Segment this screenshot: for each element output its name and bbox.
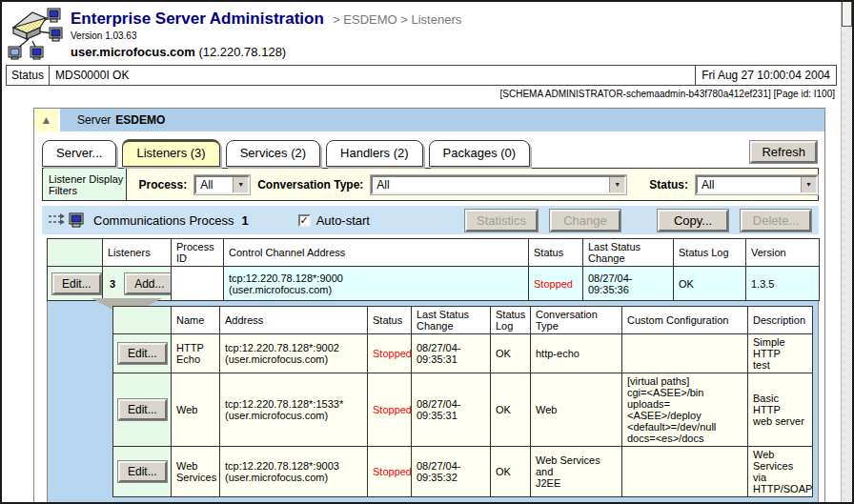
- network-computers-icon: [8, 7, 63, 60]
- table-row: Edit... HTTP Echo tcp:12.220.78.128*:900…: [113, 334, 813, 373]
- session-info: [SCHEMA ADMINISTRATOR-schemaadmin-b43f78…: [2, 86, 841, 101]
- process-id-cell: [172, 267, 224, 301]
- control-channel-address: tcp:12.220.78.128*:9000 (user.microfocus…: [224, 267, 529, 301]
- last-status-change: 08/27/04-09:35:31: [412, 373, 491, 447]
- status-log: OK: [491, 447, 531, 497]
- page-header: Enterprise Server Administration > ESDEM…: [2, 2, 841, 63]
- last-status-change: 08/27/04-09:35:32: [412, 447, 491, 497]
- listener-count: 3: [110, 278, 115, 290]
- tab-listeners[interactable]: Listeners (3): [122, 139, 219, 167]
- status-filter-select[interactable]: All ▼: [696, 175, 818, 194]
- page-content: Enterprise Server Administration > ESDEM…: [2, 2, 841, 502]
- process-arrows-icon: [48, 212, 86, 229]
- communications-process-bar: Communications Process 1 ✓ Auto-start St…: [42, 206, 819, 234]
- table-header-row: Listeners Process ID Control Channel Add…: [48, 239, 820, 267]
- breadcrumb: > ESDEMO > Listeners: [333, 12, 461, 27]
- listener-address: tcp:12.220.78.128*:1533* (user.microfocu…: [220, 373, 368, 447]
- filter-title: Listener Display Filters: [43, 169, 127, 200]
- check-icon: ✓: [300, 215, 309, 226]
- collapse-button[interactable]: ▲: [34, 109, 60, 131]
- listener-address: tcp:12.220.78.128*:9002 (user.microfocus…: [220, 334, 368, 373]
- status-datetime: Fri Aug 27 10:00:04 2004: [695, 66, 836, 85]
- version-label: Version 1.03.63: [71, 30, 461, 41]
- statistics-button[interactable]: Statistics: [465, 210, 538, 232]
- delete-button[interactable]: Delete...: [741, 210, 811, 232]
- tab-bar: Server... Listeners (3) Services (2) Han…: [34, 131, 824, 167]
- edit-listener-button[interactable]: Edit...: [118, 343, 167, 364]
- listener-name: Web: [172, 373, 220, 447]
- edit-process-button[interactable]: Edit...: [52, 273, 101, 294]
- listeners-table: Name Address Status Last Status Change S…: [112, 306, 813, 497]
- status-bar: Status MDS0000I OK Fri Aug 27 10:00:04 2…: [6, 65, 837, 86]
- conversation-type: Web Services and J2EE: [531, 447, 622, 497]
- conversation-type: Web: [531, 373, 622, 447]
- conversation-type: http-echo: [531, 334, 622, 373]
- status-label: Status: [7, 66, 50, 85]
- table-header-row: Name Address Status Last Status Change S…: [113, 307, 813, 334]
- status-badge: Stopped: [368, 447, 412, 497]
- last-status-change: 08/27/04-09:35:31: [412, 334, 491, 373]
- process-filter-label: Process:: [138, 178, 187, 192]
- communications-process-label: Communications Process: [93, 213, 234, 228]
- host-name: user.microfocus.com: [71, 45, 195, 59]
- page-title: Enterprise Server Administration: [71, 10, 324, 28]
- server-panel-titlebar: ▲ Server ESDEMO: [34, 109, 824, 131]
- status-badge: Stopped: [368, 373, 412, 447]
- tab-server[interactable]: Server...: [42, 140, 116, 167]
- listener-summary-table: Listeners Process ID Control Channel Add…: [47, 238, 820, 301]
- custom-configuration: [622, 334, 748, 373]
- server-label: Server: [77, 113, 111, 127]
- conversation-filter-select[interactable]: All ▼: [371, 175, 626, 194]
- tab-services[interactable]: Services (2): [226, 140, 320, 167]
- auto-start-checkbox[interactable]: ✓: [298, 214, 311, 227]
- vertical-scrollbar[interactable]: [841, 2, 852, 502]
- auto-start-label: Auto-start: [316, 213, 370, 228]
- change-button[interactable]: Change: [550, 210, 620, 232]
- edit-listener-button[interactable]: Edit...: [118, 461, 167, 482]
- host-ip: (12.220.78.128): [198, 45, 286, 59]
- status-log: OK: [491, 373, 531, 447]
- status-log: OK: [674, 267, 746, 301]
- scrollbar-thumb[interactable]: [842, 2, 852, 27]
- listener-filter-bar: Listener Display Filters Process: All ▼ …: [42, 168, 819, 201]
- process-filter-select[interactable]: All ▼: [194, 175, 250, 194]
- last-status-change: 08/27/04-09:35:36: [583, 267, 674, 301]
- triangle-up-icon: ▲: [41, 113, 52, 127]
- chevron-down-icon: ▼: [233, 177, 248, 192]
- listener-address: tcp:12.220.78.128*:9003 (user.microfocus…: [220, 447, 368, 497]
- edit-listener-button[interactable]: Edit...: [118, 399, 167, 420]
- listeners-detail-section: Name Address Status Last Status Change S…: [47, 301, 819, 504]
- listener-description: Basic HTTP web server: [748, 373, 813, 447]
- custom-configuration: [622, 447, 748, 497]
- listener-description: Web Services via HTTP/SOAP: [748, 447, 813, 497]
- custom-configuration: [virtual paths] cgi=<ASEE>/bin uploads=<…: [622, 373, 748, 447]
- communications-process-number: 1: [241, 213, 248, 228]
- status-filter-label: Status:: [649, 178, 688, 192]
- table-row: Edit... 3 Add... tcp:12.220.78.128*:9000…: [48, 267, 820, 301]
- server-name: ESDEMO: [115, 113, 165, 127]
- status-log: OK: [491, 334, 531, 373]
- version-cell: 1.3.5: [746, 267, 820, 301]
- chevron-down-icon: ▼: [801, 177, 816, 192]
- status-message: MDS0000I OK: [50, 66, 695, 85]
- listener-description: Simple HTTP test: [748, 334, 813, 373]
- add-listener-button[interactable]: Add...: [125, 273, 171, 294]
- copy-button[interactable]: Copy...: [658, 210, 728, 232]
- status-badge: Stopped: [368, 334, 412, 373]
- enterprise-server-admin-page: Enterprise Server Administration > ESDEM…: [0, 0, 854, 504]
- server-panel: ▲ Server ESDEMO Server... Listeners (3) …: [33, 108, 825, 504]
- listener-name: HTTP Echo: [172, 334, 220, 373]
- tab-packages[interactable]: Packages (0): [429, 140, 531, 167]
- status-badge: Stopped: [529, 267, 583, 301]
- conversation-filter-label: Conversation Type:: [257, 178, 363, 192]
- chevron-down-icon: ▼: [609, 177, 624, 192]
- table-row: Edit... Web Services tcp:12.220.78.128*:…: [113, 447, 813, 497]
- table-row: Edit... Web tcp:12.220.78.128*:1533* (us…: [113, 373, 813, 447]
- refresh-button[interactable]: Refresh: [750, 141, 817, 163]
- listener-name: Web Services: [172, 447, 220, 497]
- tab-handlers[interactable]: Handlers (2): [326, 140, 423, 167]
